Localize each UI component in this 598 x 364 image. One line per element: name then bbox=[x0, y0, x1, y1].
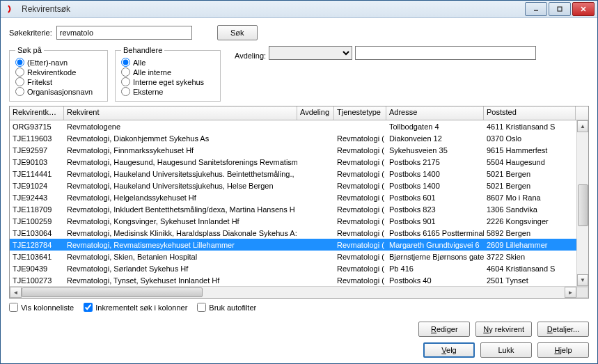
lukk-button[interactable]: Lukk bbox=[480, 342, 532, 358]
table-cell: Postboks 2175 bbox=[386, 158, 484, 166]
table-row[interactable]: TJE100259Revmatologi, Kongsvinger, Sykeh… bbox=[10, 215, 588, 227]
radio-alle-interne[interactable]: Alle interne bbox=[121, 68, 214, 77]
vertical-scrollbar[interactable]: ▲ ▼ bbox=[576, 120, 588, 286]
radio-interne-eget[interactable]: Interne eget sykehus bbox=[121, 77, 214, 86]
table-cell: Revmatologi, Medisinsk Klinikk, Haraldsp… bbox=[64, 229, 297, 237]
table-cell: 2501 Tynset bbox=[484, 276, 576, 285]
scroll-right-icon[interactable]: ► bbox=[565, 287, 576, 298]
table-row[interactable]: TJE100273Revmatologi, Tynset, Sykehuset … bbox=[10, 274, 588, 286]
search-label: Søkekriterie: bbox=[9, 29, 52, 37]
table-cell: Revmatologi ( bbox=[334, 276, 386, 285]
grid-header: Rekvirentkode Rekvirent Avdeling Tjenest… bbox=[10, 106, 588, 120]
scroll-up-icon[interactable]: ▲ bbox=[577, 120, 588, 132]
table-cell: Revmatologi ( bbox=[334, 158, 386, 166]
radio-alle[interactable]: Alle bbox=[121, 58, 214, 67]
table-cell: Revmatologi ( bbox=[334, 205, 386, 214]
radio-rekvirentkode[interactable]: Rekvirentkode bbox=[15, 68, 102, 77]
check-vis-kolonneliste[interactable]: Vis kolonneliste bbox=[9, 303, 74, 312]
results-grid[interactable]: Rekvirentkode Rekvirent Avdeling Tjenest… bbox=[9, 106, 589, 299]
table-row[interactable]: TJE90103Revmatologi, Haugesund, Haugesun… bbox=[10, 156, 588, 168]
table-cell: Postboks 901 bbox=[386, 217, 484, 225]
table-cell: Revmatologi, Skien, Betanien Hospital bbox=[64, 253, 297, 261]
table-cell: Postboks 1400 bbox=[386, 182, 484, 190]
table-cell: Sykehusveien 35 bbox=[386, 146, 484, 155]
table-cell: Postboks 1400 bbox=[386, 170, 484, 178]
minimize-button[interactable] bbox=[525, 2, 547, 16]
table-cell: TJE91024 bbox=[10, 182, 64, 190]
svg-rect-1 bbox=[558, 7, 562, 11]
table-cell: TJE100273 bbox=[10, 276, 64, 285]
table-cell: Tollbodgaten 4 bbox=[386, 122, 484, 131]
search-input[interactable] bbox=[56, 26, 192, 40]
table-cell: Revmatologi, Helgelandssykehuset Hf bbox=[64, 193, 297, 202]
radio-organisasjonsnavn[interactable]: Organisasjonsnavn bbox=[15, 87, 102, 96]
table-cell: Revmatologi, Inkludert Bentetthetsmåling… bbox=[64, 205, 297, 214]
table-cell: Revmatologi, Tynset, Sykehuset Innlandet… bbox=[64, 276, 297, 285]
radio-etternavn[interactable]: (Etter)-navn bbox=[15, 58, 102, 67]
hjelp-button[interactable]: Hjelp bbox=[537, 342, 589, 358]
scroll-left-icon[interactable]: ◄ bbox=[10, 287, 22, 298]
table-cell: Postboks 40 bbox=[386, 276, 484, 285]
check-inkrementelt[interactable]: Inkrementelt søk i kolonner bbox=[84, 303, 187, 312]
sok-pa-legend: Søk på bbox=[15, 46, 44, 54]
table-cell: Revmatologi, Haukeland Universitetssjuke… bbox=[64, 182, 297, 190]
col-poststed[interactable]: Poststed bbox=[484, 106, 576, 120]
check-autofilter[interactable]: Bruk autofilter bbox=[197, 303, 256, 312]
table-row[interactable]: TJE103641Revmatologi, Skien, Betanien Ho… bbox=[10, 251, 588, 262]
table-row[interactable]: TJE90439Revmatologi, Sørlandet Sykehus H… bbox=[10, 262, 588, 274]
horizontal-scrollbar[interactable]: ◄ ► bbox=[10, 286, 588, 298]
table-row[interactable]: TJE114441Revmatologi, Haukeland Universi… bbox=[10, 168, 588, 180]
avdeling-select[interactable] bbox=[269, 46, 352, 60]
avdeling-label: Avdeling: bbox=[235, 52, 266, 60]
scroll-down-icon[interactable]: ▼ bbox=[577, 274, 588, 286]
table-cell: Revmatologi ( bbox=[334, 193, 386, 202]
table-row[interactable]: TJE128784Revmatologi, Revmatismesykehuse… bbox=[10, 239, 588, 251]
radio-fritekst[interactable]: Fritekst bbox=[15, 77, 102, 86]
ny-rekvirent-button[interactable]: Ny rekvirent bbox=[475, 322, 532, 337]
table-row[interactable]: ORG93715RevmatologeneTollbodgaten 44611 … bbox=[10, 120, 588, 132]
table-cell: Margareth Grundtvigsvei 6 bbox=[386, 241, 484, 249]
rediger-button[interactable]: Rediger bbox=[418, 322, 470, 337]
table-cell: Revmatologi ( bbox=[334, 264, 386, 273]
radio-eksterne[interactable]: Eksterne bbox=[121, 87, 214, 96]
velg-button[interactable]: Velg bbox=[423, 342, 475, 358]
col-avdeling[interactable]: Avdeling bbox=[297, 106, 334, 120]
table-row[interactable]: TJE118709Revmatologi, Inkludert Bentetth… bbox=[10, 203, 588, 215]
table-cell: TJE119603 bbox=[10, 134, 64, 143]
table-cell: TJE118709 bbox=[10, 205, 64, 214]
table-cell: Postboks 6165 Postterminal bbox=[386, 229, 484, 237]
table-cell: TJE128784 bbox=[10, 241, 64, 249]
table-cell: 0370 Oslo bbox=[484, 134, 576, 143]
table-row[interactable]: TJE119603Revmatologi, Diakonhjemmet Syke… bbox=[10, 132, 588, 144]
col-rekvirent[interactable]: Rekvirent bbox=[64, 106, 297, 120]
table-cell: 5021 Bergen bbox=[484, 170, 576, 178]
table-cell: Postboks 601 bbox=[386, 193, 484, 202]
table-cell: TJE90103 bbox=[10, 158, 64, 166]
scroll-thumb[interactable] bbox=[578, 184, 588, 226]
table-row[interactable]: TJE92443Revmatologi, Helgelandssykehuset… bbox=[10, 191, 588, 203]
table-cell: Revmatologi, Revmatismesykehuset Lilleha… bbox=[64, 241, 297, 249]
search-button[interactable]: Søk bbox=[217, 25, 258, 40]
maximize-button[interactable] bbox=[549, 2, 571, 16]
window-title: Rekvirentsøk bbox=[22, 4, 525, 14]
table-cell: Revmatologi ( bbox=[334, 217, 386, 225]
table-cell: Revmatologi ( bbox=[334, 134, 386, 143]
table-row[interactable]: TJE91024Revmatologi, Haukeland Universit… bbox=[10, 180, 588, 191]
col-tjenestetype[interactable]: Tjenestetype bbox=[334, 106, 386, 120]
col-rekvirentkode[interactable]: Rekvirentkode bbox=[10, 106, 64, 120]
behandlere-legend: Behandlere bbox=[121, 46, 164, 54]
hscroll-thumb[interactable] bbox=[22, 287, 203, 297]
table-cell: TJE92597 bbox=[10, 146, 64, 155]
table-cell: TJE114441 bbox=[10, 170, 64, 178]
table-cell: Revmatologi, Finnmarkssykehuset Hf bbox=[64, 146, 297, 155]
detaljer-button[interactable]: Detaljer... bbox=[537, 322, 589, 337]
table-cell: 4611 Kristiansand S bbox=[484, 122, 576, 131]
table-cell: Revmatologi, Sørlandet Sykehus Hf bbox=[64, 264, 297, 273]
col-adresse[interactable]: Adresse bbox=[386, 106, 484, 120]
close-button[interactable] bbox=[572, 2, 595, 16]
table-row[interactable]: TJE103064Revmatologi, Medisinsk Klinikk,… bbox=[10, 227, 588, 239]
table-cell: 5021 Bergen bbox=[484, 182, 576, 190]
table-cell: 4604 Kristiansand S bbox=[484, 264, 576, 273]
table-row[interactable]: TJE92597Revmatologi, Finnmarkssykehuset … bbox=[10, 144, 588, 156]
table-cell: TJE100259 bbox=[10, 217, 64, 225]
